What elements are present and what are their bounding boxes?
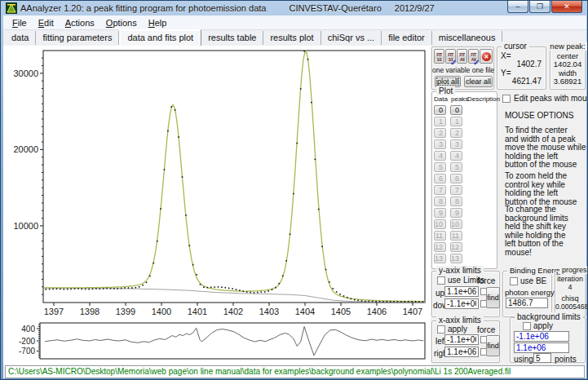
- bg-using-label: using: [514, 355, 533, 364]
- tabbar: datafitting parametersdata and fits plot…: [3, 30, 586, 46]
- fit-mode-label: one variable one file: [432, 66, 493, 74]
- bg-limit2-field[interactable]: [514, 342, 569, 353]
- tab-fitting-parameters[interactable]: fitting parameters: [36, 31, 119, 45]
- data-point: [171, 106, 173, 108]
- plot-all-button[interactable]: plot all: [435, 76, 461, 87]
- data-point: [382, 301, 384, 303]
- x-right-field[interactable]: [444, 347, 479, 357]
- data-point: [243, 291, 245, 293]
- progress-group: progress iteration 4 chisq 0.0005468: [555, 271, 586, 317]
- bg-apply-checkbox[interactable]: [523, 322, 531, 330]
- bg-limit1-field[interactable]: [514, 331, 569, 342]
- chisq-label: chisq: [555, 294, 585, 303]
- data-point: [343, 295, 345, 297]
- data-point: [300, 88, 302, 90]
- tab-data[interactable]: data: [5, 31, 36, 45]
- data-point: [293, 193, 294, 195]
- window-title: AAnalyzer 1.20: a peak fitting program f…: [20, 3, 266, 13]
- residual-tick-label: -200: [19, 337, 35, 346]
- plot-peaks-button-0[interactable]: 0: [450, 105, 462, 115]
- data-point: [82, 289, 83, 290]
- data-point: [128, 287, 130, 289]
- tab-miscellaneous[interactable]: miscellaneous: [432, 31, 503, 45]
- x-tick-label: 1400: [152, 307, 171, 316]
- data-point: [257, 292, 259, 294]
- photon-energy-field[interactable]: [506, 298, 548, 308]
- plot-col-description: Description: [467, 95, 500, 103]
- iteration-value: 4: [555, 283, 585, 291]
- maximize-icon[interactable]: ❐: [529, 1, 550, 13]
- data-point: [64, 289, 65, 290]
- bg-points-field[interactable]: [533, 353, 551, 363]
- edit-peaks-checkbox[interactable]: [502, 95, 511, 103]
- y-down-field[interactable]: [444, 298, 479, 309]
- data-point: [85, 289, 86, 290]
- data-point: [297, 143, 298, 144]
- plot-peaks-button-6: 6: [450, 174, 462, 183]
- menu-help[interactable]: Help: [143, 16, 173, 29]
- menu-options[interactable]: Options: [100, 16, 143, 29]
- data-point: [157, 241, 158, 242]
- use-be-checkbox[interactable]: [510, 277, 518, 285]
- tab-results-plot[interactable]: results plot: [263, 31, 321, 45]
- fit-button-all-checked[interactable]: FITAll✓: [468, 49, 479, 64]
- menu-actions[interactable]: Actions: [60, 16, 100, 29]
- data-point: [167, 130, 169, 132]
- titlebar[interactable]: AAnalyzer 1.20: a peak fitting program f…: [1, 1, 587, 15]
- tab-file-editor[interactable]: file editor: [382, 31, 432, 45]
- data-point: [207, 287, 209, 289]
- plot-area[interactable]: 1000020000300001397139813991400140114021…: [3, 46, 431, 365]
- use-y-limits-checkbox[interactable]: [437, 276, 445, 285]
- menu-file[interactable]: File: [7, 16, 33, 29]
- menu-edit[interactable]: Edit: [33, 16, 60, 29]
- tab-results-table[interactable]: results table: [201, 31, 263, 45]
- data-point: [411, 301, 413, 303]
- close-icon[interactable]: ✕: [551, 1, 582, 13]
- tab-chisqr-vs-[interactable]: chiSqr vs ...: [321, 31, 382, 45]
- x-find-button[interactable]: find: [486, 335, 500, 356]
- data-point: [361, 300, 363, 302]
- y-tick-label: 20000: [13, 144, 38, 154]
- fit-button-all[interactable]: FITAll: [457, 49, 467, 64]
- x-left-field[interactable]: [444, 334, 479, 345]
- plot-data-button-7: 7: [434, 185, 446, 195]
- data-point: [357, 300, 359, 302]
- fit-button-1/1-checked[interactable]: FIT1/1✓: [445, 49, 456, 64]
- data-point: [282, 276, 284, 277]
- stop-fit-button[interactable]: ✕: [480, 49, 493, 64]
- x-tick-label: 1406: [367, 307, 387, 316]
- mouse-options-heading: MOUSE OPTIONS: [505, 111, 573, 120]
- x-apply-checkbox[interactable]: [437, 325, 445, 334]
- data-point: [149, 276, 151, 277]
- plot-peaks-button-9: 9: [450, 208, 462, 218]
- tab-data-and-fits-plot[interactable]: data and fits plot: [119, 29, 201, 46]
- plot-data-button-9: 9: [434, 208, 446, 218]
- spectrum-and-residual-plot[interactable]: 1000020000300001397139813991400140114021…: [3, 46, 431, 365]
- y-find-button[interactable]: find: [486, 287, 500, 308]
- data-point: [354, 299, 356, 301]
- y-tick-label: 30000: [13, 68, 38, 78]
- data-point: [375, 301, 377, 303]
- x-tick-label: 1404: [295, 307, 315, 316]
- mouse-options-paragraph-2: To zoom held the control key while holdi…: [505, 172, 577, 206]
- plot-peaks-button-3: 3: [450, 139, 462, 149]
- plot-data-button-8: 8: [434, 197, 446, 206]
- data-point: [228, 288, 230, 289]
- plot-data-button-0[interactable]: 0: [434, 105, 446, 115]
- data-point: [164, 169, 166, 170]
- data-point: [393, 301, 395, 303]
- data-point: [182, 176, 183, 178]
- data-point: [379, 301, 381, 303]
- fit-button-1/1[interactable]: FIT1/1: [434, 49, 444, 64]
- main-plot-box[interactable]: [43, 51, 425, 303]
- data-point: [49, 289, 51, 290]
- y-up-field[interactable]: [444, 286, 479, 297]
- data-point: [279, 283, 281, 285]
- data-point: [74, 288, 76, 289]
- data-point: [88, 289, 90, 290]
- residual-plot-box[interactable]: [40, 323, 425, 359]
- cursor-group: cursor X= 1402.7 Y= 4621.47: [497, 46, 546, 90]
- minimize-icon[interactable]: –: [507, 1, 528, 13]
- plot-peaks-button-7: 7: [450, 185, 462, 195]
- clear-all-button[interactable]: clear all: [464, 76, 493, 87]
